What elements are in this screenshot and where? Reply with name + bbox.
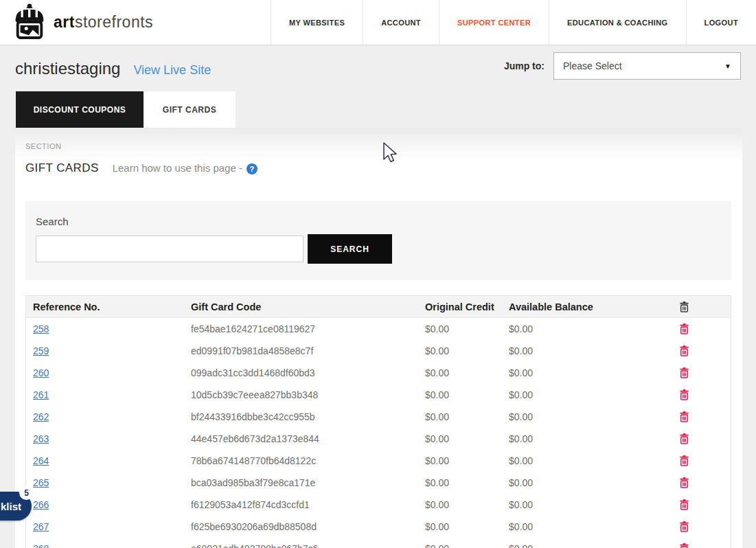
search-input[interactable] (36, 236, 303, 262)
tab-gift-cards[interactable]: GIFT CARDS (144, 91, 236, 128)
reference-link[interactable]: 262 (33, 411, 49, 422)
checklist-label: klist (1, 501, 21, 512)
original-credit: $0.00 (425, 455, 509, 466)
question-circle-icon[interactable]: ? (247, 163, 257, 174)
available-balance: $0.00 (509, 499, 643, 510)
gift-cards-table: Reference No. Gift Card Code Original Cr… (25, 295, 731, 548)
brand-name: artstorefronts (54, 13, 153, 32)
available-balance: $0.00 (509, 323, 643, 334)
jump-to-selected-value: Please Select (563, 60, 622, 71)
available-balance: $0.00 (509, 345, 643, 356)
original-credit: $0.00 (425, 345, 509, 356)
nav-item-support-center[interactable]: SUPPORT CENTER (439, 0, 549, 45)
jump-to-select[interactable]: Please Select ▼ (553, 52, 741, 80)
trash-icon[interactable] (680, 477, 689, 488)
jump-to-control: Jump to: Please Select ▼ (504, 52, 741, 80)
jump-to-label: Jump to: (504, 60, 545, 71)
table-row: 263 44e457eb6d673d2a1373e844 $0.00 $0.00 (26, 428, 731, 450)
search-button[interactable]: SEARCH (308, 234, 392, 264)
original-credit: $0.00 (425, 367, 509, 378)
table-row: 259 ed0991f07b981da4858e8c7f $0.00 $0.00 (26, 340, 731, 362)
nav-item-education-coaching[interactable]: EDUCATION & COACHING (549, 0, 686, 45)
gift-card-code: f6129053a412f874cd3ccfd1 (191, 499, 425, 510)
section-kicker: SECTION (25, 142, 61, 150)
reference-link[interactable]: 265 (33, 477, 49, 488)
trash-icon[interactable] (680, 521, 689, 532)
table-row: 258 fe54bae1624271ce08119627 $0.00 $0.00 (26, 318, 731, 340)
gift-card-code: 099adc31cc3dd1468df60bd3 (191, 367, 425, 378)
column-header-original-credit: Original Credit (425, 301, 509, 312)
reference-link[interactable]: 268 (33, 543, 49, 548)
column-header-available-balance: Available Balance (509, 301, 643, 312)
trash-icon[interactable] (680, 433, 689, 444)
original-credit: $0.00 (425, 323, 509, 334)
nav-item-account[interactable]: ACCOUNT (363, 0, 439, 45)
gift-cards-panel: SECTION GIFT CARDS Learn how to use this… (15, 128, 742, 548)
reference-link[interactable]: 267 (33, 521, 49, 532)
available-balance: $0.00 (509, 411, 643, 422)
table-row: 266 f6129053a412f874cd3ccfd1 $0.00 $0.00 (26, 494, 731, 516)
gift-card-code: 78b6a674148770fb64d8122c (191, 455, 425, 466)
gift-card-code: fe54bae1624271ce08119627 (191, 323, 425, 334)
table-row: 260 099adc31cc3dd1468df60bd3 $0.00 $0.00 (26, 362, 731, 384)
gift-card-code: 10d5cb39c7eeea827bb3b348 (191, 389, 425, 400)
reference-link[interactable]: 258 (33, 323, 49, 334)
trash-icon[interactable] (680, 389, 689, 400)
nav-item-my-websites[interactable]: MY WEBSITES (271, 0, 363, 45)
reference-link[interactable]: 259 (33, 345, 49, 356)
column-header-code: Gift Card Code (191, 301, 425, 312)
table-row: 262 bf24433916dbbe3c42cc955b $0.00 $0.00 (26, 406, 731, 428)
search-panel: Search SEARCH (25, 201, 731, 280)
section-title: GIFT CARDS (25, 161, 99, 175)
table-row: 268 a68021adb482708bc067b7c6 $0.00 $0.00 (26, 538, 731, 548)
trash-icon (680, 301, 689, 312)
available-balance: $0.00 (509, 477, 643, 488)
gift-card-code: bf24433916dbbe3c42cc955b (191, 411, 425, 422)
trash-icon[interactable] (680, 367, 689, 378)
available-balance: $0.00 (509, 433, 643, 444)
available-balance: $0.00 (509, 389, 643, 400)
storefront-awning-icon (12, 3, 47, 43)
help-text: Learn how to use this page -? (113, 162, 257, 174)
original-credit: $0.00 (425, 411, 509, 422)
original-credit: $0.00 (425, 543, 509, 548)
reference-link[interactable]: 261 (33, 389, 49, 400)
trash-icon[interactable] (680, 455, 689, 466)
reference-link[interactable]: 264 (33, 455, 49, 466)
trash-icon[interactable] (680, 345, 689, 356)
reference-link[interactable]: 266 (33, 499, 49, 510)
available-balance: $0.00 (509, 521, 643, 532)
table-body: 258 fe54bae1624271ce08119627 $0.00 $0.00… (26, 318, 731, 548)
gift-card-code: bca03ad985ba3f79e8ca171e (191, 477, 425, 488)
tab-discount-coupons[interactable]: DISCOUNT COUPONS (16, 91, 144, 128)
table-row: 267 f625be6930206a69db88508d $0.00 $0.00 (26, 516, 731, 538)
original-credit: $0.00 (425, 389, 509, 400)
nav-item-logout[interactable]: LOGOUT (686, 0, 756, 45)
gift-card-code: a68021adb482708bc067b7c6 (191, 543, 425, 548)
site-name: christiestaging (15, 59, 120, 78)
table-header-row: Reference No. Gift Card Code Original Cr… (26, 296, 731, 318)
original-credit: $0.00 (425, 433, 509, 444)
top-navigation: artstorefronts MY WEBSITES ACCOUNT SUPPO… (0, 0, 756, 45)
table-row: 264 78b6a674148770fb64d8122c $0.00 $0.00 (26, 450, 731, 472)
table-row: 265 bca03ad985ba3f79e8ca171e $0.00 $0.00 (26, 472, 731, 494)
available-balance: $0.00 (509, 455, 643, 466)
brand-logo[interactable]: artstorefronts (0, 0, 153, 45)
caret-down-icon: ▼ (724, 62, 731, 70)
nav-menu: MY WEBSITES ACCOUNT SUPPORT CENTER EDUCA… (271, 0, 756, 45)
trash-icon[interactable] (680, 411, 689, 422)
gift-card-code: 44e457eb6d673d2a1373e844 (191, 433, 425, 444)
view-live-site-link[interactable]: View Live Site (133, 63, 211, 78)
original-credit: $0.00 (425, 499, 509, 510)
trash-icon[interactable] (680, 323, 689, 334)
trash-icon[interactable] (680, 543, 689, 548)
search-label: Search (36, 216, 69, 227)
original-credit: $0.00 (425, 521, 509, 532)
checklist-count-badge: 5 (19, 486, 34, 500)
tab-bar: DISCOUNT COUPONS GIFT CARDS (16, 91, 236, 128)
gift-card-code: ed0991f07b981da4858e8c7f (191, 345, 425, 356)
trash-icon[interactable] (680, 499, 689, 510)
reference-link[interactable]: 260 (33, 367, 49, 378)
available-balance: $0.00 (509, 367, 643, 378)
reference-link[interactable]: 263 (33, 433, 49, 444)
